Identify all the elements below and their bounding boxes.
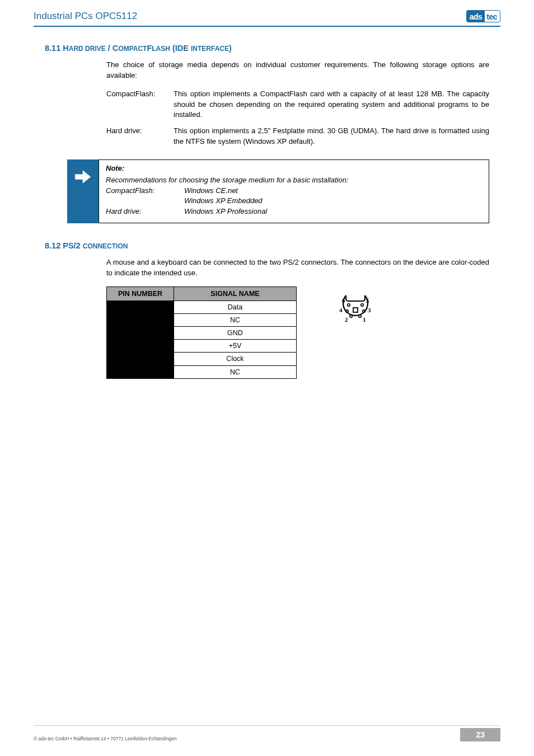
pin6-label: 6 (342, 297, 345, 304)
ps2-block: PIN NUMBER SIGNAL NAME Data NC GND +5V C… (106, 287, 489, 379)
svg-rect-6 (353, 308, 358, 312)
h-c: / C (106, 44, 119, 53)
note-cf-v1: Windows CE.net (184, 186, 482, 196)
note-row-cf: CompactFlash: Windows CE.net (106, 186, 482, 196)
svg-point-4 (350, 315, 353, 318)
h-num: 8.11 (45, 44, 63, 53)
pin5-label: 5 (366, 297, 369, 304)
cell-blank (107, 327, 174, 340)
note-cf-v2: Windows XP Embedded (184, 196, 482, 206)
table-row: Clock (107, 353, 297, 365)
note-title: Note: (106, 163, 482, 174)
sec811-intro: The choice of storage media depends on i… (106, 60, 489, 81)
h-g: (IDE (170, 44, 191, 53)
pin1-label: 1 (363, 316, 366, 323)
note-rec: Recommendations for choosing the storage… (106, 175, 482, 186)
table-row: NC (107, 314, 297, 327)
svg-point-5 (359, 315, 362, 318)
h-d: OMPACT (118, 45, 147, 53)
term-hd: Hard drive: (106, 126, 174, 147)
svg-point-0 (348, 304, 350, 307)
note-row-cf2: Windows XP Embedded (106, 196, 482, 206)
h-b: ARD DRIVE (69, 45, 106, 53)
header-rule (34, 26, 500, 27)
note-hd-v1: Windows XP Professional (184, 206, 482, 217)
footer-page: 23 (460, 728, 500, 741)
table-row: NC (107, 365, 297, 378)
cell-blank (107, 314, 174, 327)
cell-signal: Data (174, 300, 297, 313)
ps2-flex: PIN NUMBER SIGNAL NAME Data NC GND +5V C… (106, 287, 489, 379)
footer-copyright: © ads-tec GmbH • Raiffeisenstr.14 • 7077… (34, 736, 176, 741)
cell-signal: +5V (174, 340, 297, 353)
cell-blank (107, 340, 174, 353)
heading-811: 8.11 HARD DRIVE / COMPACTFLASH (IDE INTE… (45, 43, 489, 54)
pin-table: PIN NUMBER SIGNAL NAME Data NC GND +5V C… (106, 287, 297, 379)
note-blank (106, 196, 184, 206)
content: 8.11 HARD DRIVE / COMPACTFLASH (IDE INTE… (0, 43, 534, 379)
table-row: +5V (107, 340, 297, 353)
th-pin: PIN NUMBER (107, 287, 174, 300)
table-row: Data (107, 300, 297, 313)
cell-signal: GND (174, 327, 297, 340)
h2-a: PS/2 (63, 241, 82, 250)
pin2-label: 2 (345, 316, 348, 323)
arrow-right-icon (73, 167, 92, 186)
note-box: Note: Recommendations for choosing the s… (67, 159, 489, 223)
pin3-label: 3 (368, 307, 371, 313)
note-icon-cell (67, 159, 99, 223)
svg-point-1 (361, 304, 364, 307)
cell-blank (107, 353, 174, 365)
cell-signal: NC (174, 365, 297, 378)
pin4-label: 4 (339, 307, 343, 313)
th-signal: SIGNAL NAME (174, 287, 297, 300)
cell-signal: Clock (174, 353, 297, 365)
heading-812: 8.12 PS/2 CONNECTION (45, 240, 489, 252)
desc-hd: This option implements a 2,5" Festplatte… (174, 126, 489, 147)
page-header: Industrial PCs OPC5112 ads tec (0, 0, 534, 26)
logo-left: ads (467, 11, 485, 22)
svg-point-3 (363, 310, 366, 313)
table-row: GND (107, 327, 297, 340)
table-header-row: PIN NUMBER SIGNAL NAME (107, 287, 297, 300)
h2-b: CONNECTION (83, 242, 128, 250)
ps2-connector-icon: 6 5 4 3 2 1 (336, 287, 375, 327)
h-i: ) (229, 44, 232, 53)
note-row-hd: Hard drive: Windows XP Professional (106, 206, 482, 217)
h-e: F (147, 44, 152, 53)
note-hd-label: Hard drive: (106, 206, 184, 217)
h2-num: 8.12 (45, 241, 63, 250)
cell-blank (107, 365, 174, 378)
note-cf-label: CompactFlash: (106, 186, 184, 196)
h-h: INTERFACE (191, 45, 229, 53)
h-a: H (63, 44, 68, 53)
sec812-intro: A mouse and a keyboard can be connected … (106, 257, 489, 279)
footer-rule (34, 725, 500, 726)
cell-blank (107, 300, 174, 313)
desc-cf: This option implements a CompactFlash ca… (174, 89, 489, 121)
logo: ads tec (466, 10, 500, 22)
header-title: Industrial PCs OPC5112 (34, 11, 137, 22)
h-f: LASH (152, 45, 170, 53)
svg-point-2 (346, 310, 349, 313)
term-cf: CompactFlash: (106, 89, 174, 121)
cell-signal: NC (174, 314, 297, 327)
footer: © ads-tec GmbH • Raiffeisenstr.14 • 7077… (34, 728, 500, 741)
note-body: Note: Recommendations for choosing the s… (99, 159, 489, 223)
def-compactflash: CompactFlash: This option implements a C… (106, 89, 489, 121)
def-harddrive: Hard drive: This option implements a 2,5… (106, 126, 489, 147)
logo-right: tec (485, 11, 500, 22)
